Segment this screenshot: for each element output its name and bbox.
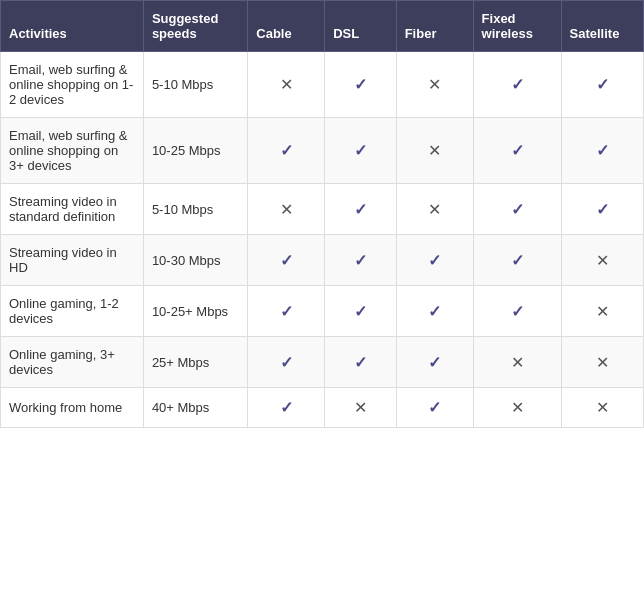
cell-activity: Online gaming, 1-2 devices xyxy=(1,286,144,337)
cell-fiber: ✓ xyxy=(396,235,473,286)
cell-speed: 10-25+ Mbps xyxy=(143,286,247,337)
cell-fiber: ✕ xyxy=(396,118,473,184)
header-fiber: Fiber xyxy=(396,1,473,52)
cell-fixed: ✓ xyxy=(473,286,561,337)
cell-dsl: ✓ xyxy=(325,337,396,388)
cell-cable: ✓ xyxy=(248,118,325,184)
cell-activity: Email, web surfing & online shopping on … xyxy=(1,52,144,118)
cell-activity: Online gaming, 3+ devices xyxy=(1,337,144,388)
cell-speed: 10-25 Mbps xyxy=(143,118,247,184)
table-row: Streaming video in HD10-30 Mbps✓✓✓✓✕ xyxy=(1,235,644,286)
table-row: Online gaming, 1-2 devices10-25+ Mbps✓✓✓… xyxy=(1,286,644,337)
cell-satellite: ✕ xyxy=(561,388,643,428)
cell-fixed: ✓ xyxy=(473,118,561,184)
cell-fixed: ✓ xyxy=(473,52,561,118)
header-cable: Cable xyxy=(248,1,325,52)
table-row: Online gaming, 3+ devices25+ Mbps✓✓✓✕✕ xyxy=(1,337,644,388)
cell-speed: 5-10 Mbps xyxy=(143,52,247,118)
cell-dsl: ✓ xyxy=(325,184,396,235)
cell-satellite: ✕ xyxy=(561,286,643,337)
cell-activity: Streaming video in HD xyxy=(1,235,144,286)
cell-cable: ✓ xyxy=(248,388,325,428)
cell-dsl: ✓ xyxy=(325,286,396,337)
cell-cable: ✓ xyxy=(248,337,325,388)
cell-dsl: ✕ xyxy=(325,388,396,428)
table-row: Email, web surfing & online shopping on … xyxy=(1,118,644,184)
cell-satellite: ✓ xyxy=(561,118,643,184)
cell-cable: ✓ xyxy=(248,286,325,337)
header-satellite: Satellite xyxy=(561,1,643,52)
cell-satellite: ✓ xyxy=(561,52,643,118)
cell-satellite: ✕ xyxy=(561,235,643,286)
cell-dsl: ✓ xyxy=(325,118,396,184)
cell-fixed: ✕ xyxy=(473,337,561,388)
cell-speed: 40+ Mbps xyxy=(143,388,247,428)
cell-fiber: ✕ xyxy=(396,52,473,118)
cell-cable: ✓ xyxy=(248,235,325,286)
header-activity: Activities xyxy=(1,1,144,52)
cell-fiber: ✓ xyxy=(396,286,473,337)
cell-activity: Email, web surfing & online shopping on … xyxy=(1,118,144,184)
cell-speed: 25+ Mbps xyxy=(143,337,247,388)
header-speed: Suggested speeds xyxy=(143,1,247,52)
cell-fixed: ✕ xyxy=(473,388,561,428)
cell-dsl: ✓ xyxy=(325,52,396,118)
cell-fixed: ✓ xyxy=(473,235,561,286)
cell-fixed: ✓ xyxy=(473,184,561,235)
cell-speed: 5-10 Mbps xyxy=(143,184,247,235)
cell-fiber: ✓ xyxy=(396,337,473,388)
cell-fiber: ✕ xyxy=(396,184,473,235)
cell-speed: 10-30 Mbps xyxy=(143,235,247,286)
header-dsl: DSL xyxy=(325,1,396,52)
cell-dsl: ✓ xyxy=(325,235,396,286)
cell-activity: Working from home xyxy=(1,388,144,428)
cell-satellite: ✕ xyxy=(561,337,643,388)
table-row: Working from home40+ Mbps✓✕✓✕✕ xyxy=(1,388,644,428)
table-row: Email, web surfing & online shopping on … xyxy=(1,52,644,118)
comparison-table: Activities Suggested speeds Cable DSL Fi… xyxy=(0,0,644,428)
table-row: Streaming video in standard definition5-… xyxy=(1,184,644,235)
cell-activity: Streaming video in standard definition xyxy=(1,184,144,235)
header-fixed-wireless: Fixed wireless xyxy=(473,1,561,52)
cell-cable: ✕ xyxy=(248,52,325,118)
cell-satellite: ✓ xyxy=(561,184,643,235)
cell-fiber: ✓ xyxy=(396,388,473,428)
table-header-row: Activities Suggested speeds Cable DSL Fi… xyxy=(1,1,644,52)
cell-cable: ✕ xyxy=(248,184,325,235)
